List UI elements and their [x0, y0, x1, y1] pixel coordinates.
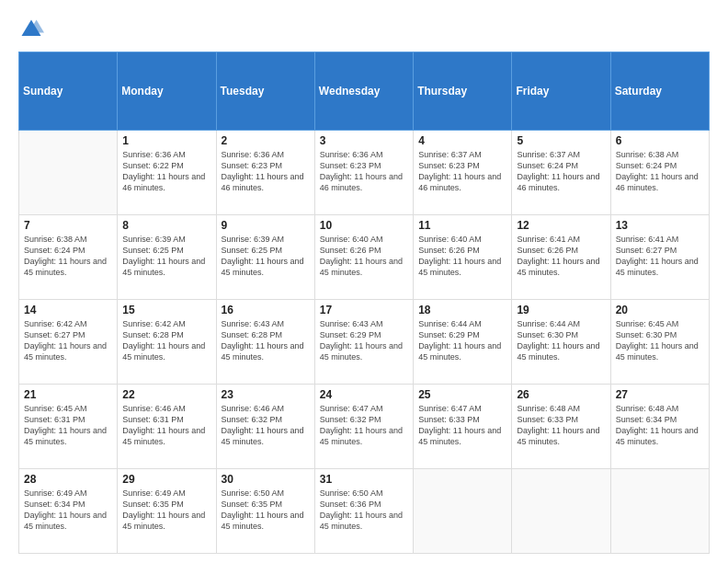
header [18, 17, 710, 42]
calendar-cell: 4Sunrise: 6:37 AMSunset: 6:23 PMDaylight… [414, 131, 512, 215]
day-info: Sunrise: 6:44 AMSunset: 6:30 PMDaylight:… [517, 318, 605, 363]
day-info: Sunrise: 6:37 AMSunset: 6:23 PMDaylight:… [418, 149, 506, 194]
day-info: Sunrise: 6:41 AMSunset: 6:27 PMDaylight:… [616, 234, 704, 279]
calendar-cell: 12Sunrise: 6:41 AMSunset: 6:26 PMDayligh… [512, 215, 610, 300]
calendar-cell: 20Sunrise: 6:45 AMSunset: 6:30 PMDayligh… [610, 300, 709, 385]
calendar-cell: 17Sunrise: 6:43 AMSunset: 6:29 PMDayligh… [314, 300, 413, 385]
day-info: Sunrise: 6:37 AMSunset: 6:24 PMDaylight:… [517, 149, 605, 194]
calendar-cell: 7Sunrise: 6:38 AMSunset: 6:24 PMDaylight… [19, 215, 118, 300]
day-info: Sunrise: 6:46 AMSunset: 6:31 PMDaylight:… [122, 403, 210, 448]
day-number: 17 [320, 304, 408, 316]
day-info: Sunrise: 6:41 AMSunset: 6:26 PMDaylight:… [517, 234, 605, 279]
day-number: 25 [418, 388, 506, 401]
day-number: 18 [418, 304, 506, 316]
day-number: 16 [222, 304, 310, 316]
day-info: Sunrise: 6:40 AMSunset: 6:26 PMDaylight:… [320, 234, 408, 279]
day-number: 24 [320, 388, 408, 401]
calendar-cell: 6Sunrise: 6:38 AMSunset: 6:24 PMDaylight… [610, 131, 709, 215]
day-info: Sunrise: 6:47 AMSunset: 6:33 PMDaylight:… [418, 403, 506, 448]
calendar-cell: 30Sunrise: 6:50 AMSunset: 6:35 PMDayligh… [216, 469, 314, 554]
calendar-cell: 24Sunrise: 6:47 AMSunset: 6:32 PMDayligh… [314, 385, 413, 469]
calendar-week-1: 1Sunrise: 6:36 AMSunset: 6:22 PMDaylight… [19, 131, 710, 215]
day-number: 10 [320, 219, 408, 232]
day-info: Sunrise: 6:43 AMSunset: 6:29 PMDaylight:… [320, 318, 408, 363]
day-info: Sunrise: 6:45 AMSunset: 6:31 PMDaylight:… [24, 403, 112, 448]
day-info: Sunrise: 6:39 AMSunset: 6:25 PMDaylight:… [222, 234, 310, 279]
weekday-header-saturday: Saturday [610, 52, 709, 131]
day-number: 13 [616, 219, 704, 232]
day-number: 11 [418, 219, 506, 232]
calendar-cell: 19Sunrise: 6:44 AMSunset: 6:30 PMDayligh… [512, 300, 610, 385]
calendar-cell: 14Sunrise: 6:42 AMSunset: 6:27 PMDayligh… [19, 300, 118, 385]
logo-icon [18, 17, 44, 42]
day-info: Sunrise: 6:47 AMSunset: 6:32 PMDaylight:… [320, 403, 408, 448]
day-number: 1 [122, 134, 210, 147]
calendar-week-3: 14Sunrise: 6:42 AMSunset: 6:27 PMDayligh… [19, 300, 710, 385]
day-info: Sunrise: 6:50 AMSunset: 6:35 PMDaylight:… [222, 488, 310, 533]
day-number: 19 [517, 304, 605, 316]
calendar-cell: 29Sunrise: 6:49 AMSunset: 6:35 PMDayligh… [118, 469, 216, 554]
calendar-cell: 9Sunrise: 6:39 AMSunset: 6:25 PMDaylight… [216, 215, 314, 300]
day-number: 26 [517, 388, 605, 401]
day-number: 7 [24, 219, 112, 232]
day-info: Sunrise: 6:36 AMSunset: 6:23 PMDaylight:… [320, 149, 408, 194]
calendar-cell: 10Sunrise: 6:40 AMSunset: 6:26 PMDayligh… [314, 215, 413, 300]
calendar-cell: 3Sunrise: 6:36 AMSunset: 6:23 PMDaylight… [314, 131, 413, 215]
calendar-cell: 26Sunrise: 6:48 AMSunset: 6:33 PMDayligh… [512, 385, 610, 469]
day-number: 2 [222, 134, 310, 147]
day-info: Sunrise: 6:49 AMSunset: 6:35 PMDaylight:… [122, 488, 210, 533]
calendar-cell: 22Sunrise: 6:46 AMSunset: 6:31 PMDayligh… [118, 385, 216, 469]
calendar-cell: 31Sunrise: 6:50 AMSunset: 6:36 PMDayligh… [314, 469, 413, 554]
calendar-cell: 1Sunrise: 6:36 AMSunset: 6:22 PMDaylight… [118, 131, 216, 215]
calendar-cell: 11Sunrise: 6:40 AMSunset: 6:26 PMDayligh… [414, 215, 512, 300]
day-info: Sunrise: 6:39 AMSunset: 6:25 PMDaylight:… [122, 234, 210, 279]
day-info: Sunrise: 6:36 AMSunset: 6:22 PMDaylight:… [122, 149, 210, 194]
day-number: 21 [24, 388, 112, 401]
calendar-cell: 28Sunrise: 6:49 AMSunset: 6:34 PMDayligh… [19, 469, 118, 554]
calendar-cell: 13Sunrise: 6:41 AMSunset: 6:27 PMDayligh… [610, 215, 709, 300]
calendar-cell: 16Sunrise: 6:43 AMSunset: 6:28 PMDayligh… [216, 300, 314, 385]
day-info: Sunrise: 6:42 AMSunset: 6:27 PMDaylight:… [24, 318, 112, 363]
day-number: 28 [24, 473, 112, 486]
calendar-table: SundayMondayTuesdayWednesdayThursdayFrid… [18, 52, 710, 554]
day-info: Sunrise: 6:40 AMSunset: 6:26 PMDaylight:… [418, 234, 506, 279]
calendar-cell: 25Sunrise: 6:47 AMSunset: 6:33 PMDayligh… [414, 385, 512, 469]
day-number: 6 [616, 134, 704, 147]
calendar-cell: 21Sunrise: 6:45 AMSunset: 6:31 PMDayligh… [19, 385, 118, 469]
day-number: 29 [122, 473, 210, 486]
day-info: Sunrise: 6:45 AMSunset: 6:30 PMDaylight:… [616, 318, 704, 363]
day-number: 14 [24, 304, 112, 316]
calendar-cell: 23Sunrise: 6:46 AMSunset: 6:32 PMDayligh… [216, 385, 314, 469]
weekday-header-sunday: Sunday [19, 52, 118, 131]
calendar-cell [414, 469, 512, 554]
calendar-cell: 2Sunrise: 6:36 AMSunset: 6:23 PMDaylight… [216, 131, 314, 215]
day-info: Sunrise: 6:50 AMSunset: 6:36 PMDaylight:… [320, 488, 408, 533]
calendar-week-5: 28Sunrise: 6:49 AMSunset: 6:34 PMDayligh… [19, 469, 710, 554]
day-number: 12 [517, 219, 605, 232]
day-info: Sunrise: 6:48 AMSunset: 6:33 PMDaylight:… [517, 403, 605, 448]
calendar-cell: 15Sunrise: 6:42 AMSunset: 6:28 PMDayligh… [118, 300, 216, 385]
day-number: 8 [122, 219, 210, 232]
day-number: 5 [517, 134, 605, 147]
day-number: 30 [222, 473, 310, 486]
calendar-week-2: 7Sunrise: 6:38 AMSunset: 6:24 PMDaylight… [19, 215, 710, 300]
calendar-cell [19, 131, 118, 215]
day-info: Sunrise: 6:42 AMSunset: 6:28 PMDaylight:… [122, 318, 210, 363]
day-number: 27 [616, 388, 704, 401]
weekday-header-tuesday: Tuesday [216, 52, 314, 131]
day-number: 31 [320, 473, 408, 486]
calendar-cell: 27Sunrise: 6:48 AMSunset: 6:34 PMDayligh… [610, 385, 709, 469]
page: SundayMondayTuesdayWednesdayThursdayFrid… [0, 0, 728, 563]
day-number: 20 [616, 304, 704, 316]
weekday-header-thursday: Thursday [414, 52, 512, 131]
day-number: 3 [320, 134, 408, 147]
weekday-header-row: SundayMondayTuesdayWednesdayThursdayFrid… [19, 52, 710, 131]
day-info: Sunrise: 6:48 AMSunset: 6:34 PMDaylight:… [616, 403, 704, 448]
calendar-cell: 18Sunrise: 6:44 AMSunset: 6:29 PMDayligh… [414, 300, 512, 385]
day-info: Sunrise: 6:49 AMSunset: 6:34 PMDaylight:… [24, 488, 112, 533]
day-number: 15 [122, 304, 210, 316]
weekday-header-friday: Friday [512, 52, 610, 131]
day-info: Sunrise: 6:36 AMSunset: 6:23 PMDaylight:… [222, 149, 310, 194]
logo [18, 17, 46, 42]
calendar-cell: 5Sunrise: 6:37 AMSunset: 6:24 PMDaylight… [512, 131, 610, 215]
